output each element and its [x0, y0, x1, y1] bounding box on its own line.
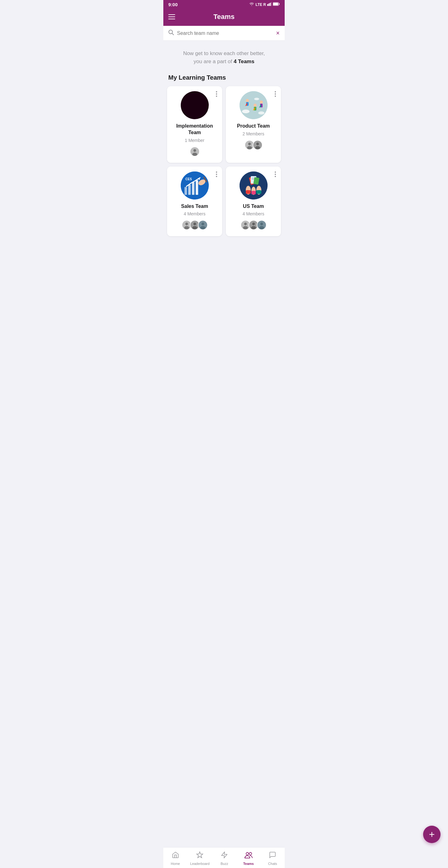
team-menu-implementation[interactable]	[215, 90, 218, 98]
svg-point-41	[185, 223, 188, 226]
svg-point-26	[248, 143, 251, 145]
menu-line-2	[168, 17, 175, 17]
svg-rect-34	[188, 185, 191, 195]
team-menu-sales[interactable]	[215, 170, 218, 178]
svg-rect-0	[267, 4, 268, 6]
team-members-us: 4 Members	[242, 211, 264, 216]
team-members-sales: 4 Members	[184, 211, 205, 216]
svg-point-68	[251, 226, 256, 230]
svg-point-67	[252, 223, 255, 226]
battery-icon	[273, 2, 280, 7]
svg-point-11	[192, 153, 197, 156]
svg-point-10	[193, 149, 196, 152]
svg-point-31	[181, 172, 209, 199]
svg-rect-58	[246, 190, 251, 194]
team-menu-product[interactable]	[274, 90, 277, 98]
svg-rect-5	[273, 3, 278, 5]
team-members-implementation: 1 Member	[185, 138, 204, 143]
member-avatars-us	[241, 220, 267, 230]
svg-point-14	[258, 112, 264, 115]
svg-point-44	[193, 223, 196, 226]
section-title: My Learning Teams	[163, 71, 285, 86]
team-card-sales[interactable]: CES Sales Team 4 Members	[167, 166, 222, 237]
team-menu-us[interactable]	[274, 170, 277, 178]
team-card-us[interactable]: US Team 4 Members	[226, 166, 281, 237]
svg-point-30	[255, 146, 260, 149]
app-header: Teams	[163, 9, 285, 26]
svg-rect-36	[196, 180, 198, 195]
svg-rect-6	[279, 3, 280, 5]
svg-rect-35	[192, 182, 194, 195]
member-avatars-implementation	[190, 147, 200, 157]
search-bar: ×	[163, 26, 285, 41]
svg-text:CES: CES	[185, 177, 192, 181]
svg-rect-2	[270, 3, 271, 6]
team-members-product: 2 Members	[242, 131, 264, 136]
member-avatars-sales	[182, 220, 208, 230]
teams-grid: Implementation Team 1 Member	[163, 86, 285, 240]
team-card-product[interactable]: Product Team 2 Members	[226, 86, 281, 163]
svg-point-70	[260, 223, 263, 226]
search-icon	[168, 30, 174, 37]
main-content: Now get to know each other better, you a…	[163, 41, 285, 283]
status-bar: 9:00 LTE R	[163, 0, 285, 9]
team-name-sales: Sales Team	[181, 203, 208, 210]
svg-point-45	[192, 226, 197, 230]
svg-rect-60	[251, 191, 256, 194]
member-avatars-product	[245, 140, 263, 150]
svg-line-8	[172, 33, 173, 35]
svg-point-22	[260, 100, 263, 104]
team-avatar-us	[239, 172, 267, 199]
team-avatar-sales: CES	[181, 172, 209, 199]
menu-button[interactable]	[168, 14, 175, 19]
svg-point-42	[184, 226, 189, 230]
status-time: 9:00	[168, 2, 178, 7]
member-avatar	[190, 147, 200, 157]
member-avatar	[198, 220, 208, 230]
svg-rect-3	[271, 2, 271, 6]
svg-rect-62	[256, 190, 261, 194]
svg-point-71	[259, 226, 264, 230]
clear-search-button[interactable]: ×	[276, 30, 280, 37]
svg-point-19	[254, 104, 257, 107]
team-card-implementation[interactable]: Implementation Team 1 Member	[167, 86, 222, 163]
team-avatar-product	[239, 91, 267, 119]
team-name-implementation: Implementation Team	[171, 123, 218, 136]
svg-rect-1	[268, 3, 269, 6]
status-icons: LTE R	[249, 2, 280, 7]
team-name-product: Product Team	[237, 123, 270, 129]
wifi-icon	[249, 2, 254, 7]
svg-point-29	[256, 143, 259, 145]
member-avatar	[257, 220, 267, 230]
svg-point-13	[242, 110, 250, 113]
signal-icon	[267, 2, 271, 7]
svg-point-47	[201, 223, 204, 226]
member-avatar	[253, 140, 263, 150]
svg-point-64	[244, 223, 247, 226]
svg-rect-33	[185, 187, 187, 195]
intro-section: Now get to know each other better, you a…	[163, 41, 285, 71]
svg-point-48	[200, 226, 205, 230]
lte-label: LTE R	[255, 2, 266, 7]
svg-point-49	[239, 172, 267, 199]
svg-point-16	[246, 99, 249, 102]
team-avatar-implementation	[181, 91, 209, 119]
svg-point-15	[254, 98, 259, 100]
intro-text: Now get to know each other better, you a…	[169, 50, 279, 65]
page-title: Teams	[214, 13, 234, 21]
team-name-us: US Team	[243, 203, 264, 210]
search-input[interactable]	[177, 31, 273, 36]
menu-line-1	[168, 14, 175, 15]
svg-point-65	[243, 226, 248, 230]
svg-point-27	[247, 146, 252, 149]
menu-line-3	[168, 19, 175, 19]
